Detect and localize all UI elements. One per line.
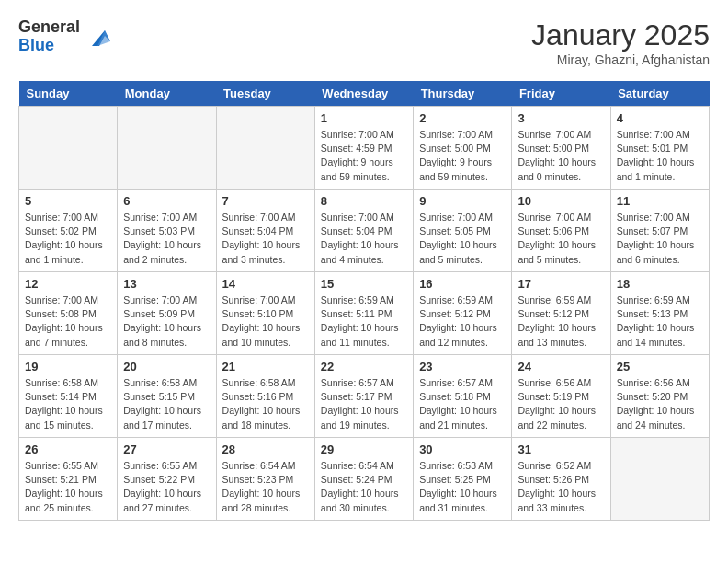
day-info: Sunrise: 7:00 AM Sunset: 5:05 PM Dayligh… (419, 211, 506, 267)
calendar-cell: 4Sunrise: 7:00 AM Sunset: 5:01 PM Daylig… (610, 107, 709, 190)
day-info: Sunrise: 6:59 AM Sunset: 5:12 PM Dayligh… (419, 293, 506, 350)
day-number: 11 (617, 194, 703, 208)
day-info: Sunrise: 6:55 AM Sunset: 5:22 PM Dayligh… (123, 459, 210, 515)
day-number: 25 (617, 360, 703, 373)
calendar-cell: 3Sunrise: 7:00 AM Sunset: 5:00 PM Daylig… (512, 107, 610, 190)
day-info: Sunrise: 6:59 AM Sunset: 5:11 PM Dayligh… (321, 293, 407, 350)
logo-icon (85, 23, 112, 51)
day-info: Sunrise: 7:00 AM Sunset: 5:06 PM Dayligh… (518, 211, 604, 267)
day-info: Sunrise: 6:56 AM Sunset: 5:20 PM Dayligh… (617, 376, 703, 432)
weekday-header-wednesday: Wednesday (314, 81, 413, 107)
day-info: Sunrise: 7:00 AM Sunset: 5:10 PM Dayligh… (222, 293, 309, 350)
calendar-cell (610, 438, 709, 521)
day-number: 19 (25, 360, 111, 373)
day-info: Sunrise: 7:00 AM Sunset: 5:00 PM Dayligh… (419, 128, 506, 184)
logo-blue-text: Blue (18, 37, 80, 55)
logo-general-text: General (18, 18, 80, 37)
calendar-cell: 14Sunrise: 7:00 AM Sunset: 5:10 PM Dayli… (216, 272, 314, 355)
day-number: 5 (25, 194, 111, 208)
calendar-cell: 17Sunrise: 6:59 AM Sunset: 5:12 PM Dayli… (512, 272, 610, 355)
calendar-cell: 15Sunrise: 6:59 AM Sunset: 5:11 PM Dayli… (314, 272, 413, 355)
calendar-cell: 23Sunrise: 6:57 AM Sunset: 5:18 PM Dayli… (414, 355, 512, 438)
day-number: 3 (518, 111, 604, 125)
title-block: January 2025 Miray, Ghazni, Afghanistan (531, 18, 710, 67)
calendar-cell: 13Sunrise: 7:00 AM Sunset: 5:09 PM Dayli… (118, 272, 216, 355)
calendar-cell: 7Sunrise: 7:00 AM Sunset: 5:04 PM Daylig… (216, 190, 314, 272)
day-number: 30 (419, 442, 506, 456)
day-number: 31 (518, 442, 604, 456)
calendar-cell: 8Sunrise: 7:00 AM Sunset: 5:04 PM Daylig… (314, 190, 413, 272)
day-info: Sunrise: 7:00 AM Sunset: 5:07 PM Dayligh… (617, 211, 703, 267)
calendar-cell: 25Sunrise: 6:56 AM Sunset: 5:20 PM Dayli… (610, 355, 709, 438)
day-number: 12 (25, 277, 111, 291)
day-number: 9 (419, 194, 506, 208)
calendar-week-row: 26Sunrise: 6:55 AM Sunset: 5:21 PM Dayli… (19, 438, 710, 521)
day-info: Sunrise: 6:59 AM Sunset: 5:12 PM Dayligh… (518, 293, 604, 350)
day-number: 2 (419, 111, 506, 125)
day-info: Sunrise: 7:00 AM Sunset: 5:01 PM Dayligh… (617, 128, 703, 184)
calendar-cell: 20Sunrise: 6:58 AM Sunset: 5:15 PM Dayli… (118, 355, 216, 438)
day-info: Sunrise: 7:00 AM Sunset: 5:00 PM Dayligh… (518, 128, 604, 184)
day-info: Sunrise: 6:55 AM Sunset: 5:21 PM Dayligh… (25, 459, 111, 515)
calendar-cell: 19Sunrise: 6:58 AM Sunset: 5:14 PM Dayli… (19, 355, 118, 438)
location-subtitle: Miray, Ghazni, Afghanistan (531, 52, 710, 67)
day-info: Sunrise: 7:00 AM Sunset: 5:04 PM Dayligh… (321, 211, 407, 267)
calendar-cell: 11Sunrise: 7:00 AM Sunset: 5:07 PM Dayli… (610, 190, 709, 272)
day-info: Sunrise: 7:00 AM Sunset: 5:03 PM Dayligh… (123, 211, 210, 267)
calendar-cell: 24Sunrise: 6:56 AM Sunset: 5:19 PM Dayli… (512, 355, 610, 438)
day-number: 13 (123, 277, 210, 291)
day-info: Sunrise: 6:53 AM Sunset: 5:25 PM Dayligh… (419, 459, 506, 515)
calendar-cell: 21Sunrise: 6:58 AM Sunset: 5:16 PM Dayli… (216, 355, 314, 438)
day-number: 23 (419, 360, 506, 373)
day-info: Sunrise: 6:57 AM Sunset: 5:17 PM Dayligh… (321, 376, 407, 432)
calendar-cell (216, 107, 314, 190)
day-info: Sunrise: 6:54 AM Sunset: 5:23 PM Dayligh… (222, 459, 309, 515)
day-number: 16 (419, 277, 506, 291)
calendar-cell: 26Sunrise: 6:55 AM Sunset: 5:21 PM Dayli… (19, 438, 118, 521)
calendar-cell: 18Sunrise: 6:59 AM Sunset: 5:13 PM Dayli… (610, 272, 709, 355)
calendar-week-row: 12Sunrise: 7:00 AM Sunset: 5:08 PM Dayli… (19, 272, 710, 355)
weekday-header-monday: Monday (118, 81, 216, 107)
day-info: Sunrise: 7:00 AM Sunset: 5:02 PM Dayligh… (25, 211, 111, 267)
calendar-cell: 30Sunrise: 6:53 AM Sunset: 5:25 PM Dayli… (414, 438, 512, 521)
calendar-cell: 22Sunrise: 6:57 AM Sunset: 5:17 PM Dayli… (314, 355, 413, 438)
day-info: Sunrise: 6:58 AM Sunset: 5:15 PM Dayligh… (123, 376, 210, 432)
day-number: 4 (617, 111, 703, 125)
calendar-cell: 31Sunrise: 6:52 AM Sunset: 5:26 PM Dayli… (512, 438, 610, 521)
day-number: 1 (321, 111, 407, 125)
day-number: 21 (222, 360, 309, 373)
day-number: 26 (25, 442, 111, 456)
day-number: 6 (123, 194, 210, 208)
day-info: Sunrise: 7:00 AM Sunset: 5:09 PM Dayligh… (123, 293, 210, 350)
calendar-cell: 5Sunrise: 7:00 AM Sunset: 5:02 PM Daylig… (19, 190, 118, 272)
calendar-cell: 12Sunrise: 7:00 AM Sunset: 5:08 PM Dayli… (19, 272, 118, 355)
day-info: Sunrise: 6:57 AM Sunset: 5:18 PM Dayligh… (419, 376, 506, 432)
weekday-header-row: SundayMondayTuesdayWednesdayThursdayFrid… (19, 81, 710, 107)
weekday-header-friday: Friday (512, 81, 610, 107)
calendar-cell (19, 107, 118, 190)
calendar-week-row: 19Sunrise: 6:58 AM Sunset: 5:14 PM Dayli… (19, 355, 710, 438)
weekday-header-thursday: Thursday (414, 81, 512, 107)
day-info: Sunrise: 6:58 AM Sunset: 5:14 PM Dayligh… (25, 376, 111, 432)
calendar-cell: 28Sunrise: 6:54 AM Sunset: 5:23 PM Dayli… (216, 438, 314, 521)
day-info: Sunrise: 7:00 AM Sunset: 5:08 PM Dayligh… (25, 293, 111, 350)
page-header: General Blue January 2025 Miray, Ghazni,… (18, 18, 710, 67)
calendar-cell: 2Sunrise: 7:00 AM Sunset: 5:00 PM Daylig… (414, 107, 512, 190)
weekday-header-saturday: Saturday (610, 81, 709, 107)
weekday-header-sunday: Sunday (19, 81, 118, 107)
day-info: Sunrise: 7:00 AM Sunset: 4:59 PM Dayligh… (321, 128, 407, 184)
day-number: 22 (321, 360, 407, 373)
day-info: Sunrise: 6:58 AM Sunset: 5:16 PM Dayligh… (222, 376, 309, 432)
calendar-week-row: 1Sunrise: 7:00 AM Sunset: 4:59 PM Daylig… (19, 107, 710, 190)
day-number: 18 (617, 277, 703, 291)
day-info: Sunrise: 6:52 AM Sunset: 5:26 PM Dayligh… (518, 459, 604, 515)
calendar-cell: 16Sunrise: 6:59 AM Sunset: 5:12 PM Dayli… (414, 272, 512, 355)
day-number: 29 (321, 442, 407, 456)
weekday-header-tuesday: Tuesday (216, 81, 314, 107)
calendar-cell: 9Sunrise: 7:00 AM Sunset: 5:05 PM Daylig… (414, 190, 512, 272)
month-title: January 2025 (531, 18, 710, 52)
day-number: 27 (123, 442, 210, 456)
calendar-cell: 6Sunrise: 7:00 AM Sunset: 5:03 PM Daylig… (118, 190, 216, 272)
day-number: 20 (123, 360, 210, 373)
day-info: Sunrise: 6:56 AM Sunset: 5:19 PM Dayligh… (518, 376, 604, 432)
